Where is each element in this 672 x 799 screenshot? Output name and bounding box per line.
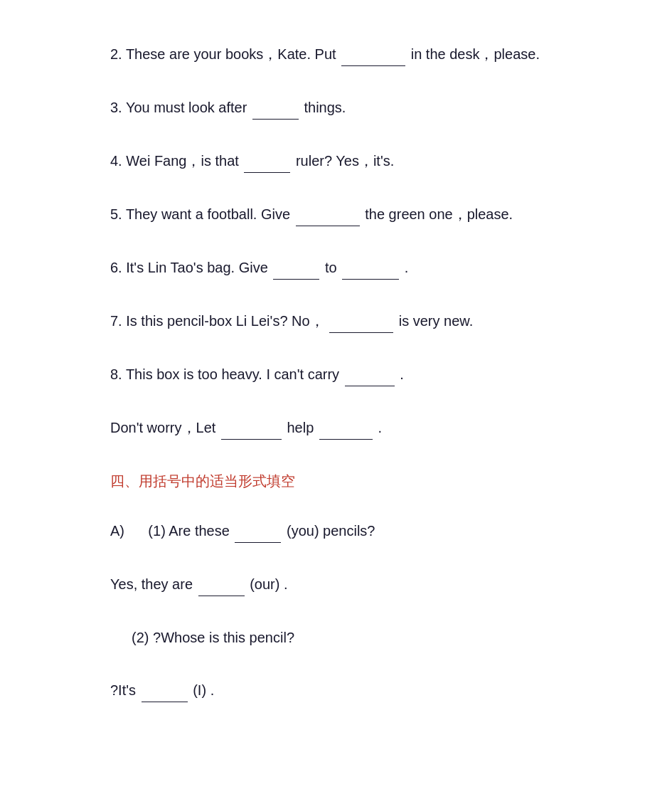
item2-text-before: 2. These are your books，Kate. Put: [110, 46, 336, 62]
item7-blank1[interactable]: [329, 309, 393, 333]
item5-text-before: 5. They want a football. Give: [110, 206, 290, 222]
dontworry-text-after: .: [378, 420, 382, 435]
dontworry-text-middle: help: [287, 420, 314, 435]
item-a1-yes-before: Yes, they are: [110, 576, 193, 592]
dontworry-text-before: Don't worry，Let: [110, 420, 215, 435]
dontworry-blank1[interactable]: [221, 416, 282, 440]
item-a2-it-after: .: [210, 682, 215, 698]
item3-text-after: things.: [304, 100, 346, 115]
section-four-header: 四、用括号中的适当形式填空: [110, 470, 562, 492]
exercise-dont-worry: Don't worry，Let help .: [110, 416, 562, 440]
item5-blank1[interactable]: [296, 203, 360, 226]
item-a1-yes-blank[interactable]: [198, 573, 245, 596]
exercise-a2-question: (2) ?Whose is this pencil?: [110, 626, 562, 649]
item6-text-after: .: [405, 260, 409, 275]
exercise-a1: A) (1) Are these (you) pencils?: [110, 519, 562, 543]
exercise-item-3: 3. You must look after things.: [110, 96, 562, 120]
item-a1-yes-bracket: (our): [250, 576, 284, 592]
item-a1-num: (1): [148, 523, 165, 539]
exercise-item-8: 8. This box is too heavy. I can't carry …: [110, 363, 562, 386]
item6-text-middle: to: [325, 260, 337, 275]
item-a1-text-after: pencils?: [323, 523, 375, 539]
item2-text-middle: in the desk，please.: [411, 46, 540, 62]
exercise-item-4: 4. Wei Fang，is that ruler? Yes，it's.: [110, 149, 562, 173]
item4-text-before: 4. Wei Fang，is that: [110, 153, 239, 169]
item-a2-bracket: (I): [193, 682, 210, 698]
item-a2-it-before: ?It's: [110, 682, 140, 698]
exercise-a2-answer: ?It's (I) .: [110, 679, 562, 702]
item8-blank1[interactable]: [345, 363, 395, 386]
item-a1-text-before: Are these: [169, 523, 233, 539]
dontworry-blank2[interactable]: [319, 416, 373, 440]
item8-text-before: 8. This box is too heavy. I can't carry: [110, 366, 339, 382]
item7-text-after: is very new.: [399, 313, 473, 329]
item-a2-blank[interactable]: [142, 679, 188, 702]
item-a2-text: ?Whose is this pencil?: [153, 630, 294, 645]
item-a1-blank1[interactable]: [235, 519, 281, 543]
item-a1-yes-after: .: [284, 576, 288, 592]
exercise-item-6: 6. It's Lin Tao's bag. Give to .: [110, 256, 562, 280]
exercise-item-7: 7. Is this pencil-box Li Lei's? No， is v…: [110, 309, 562, 333]
exercise-a1-yes: Yes, they are (our) .: [110, 573, 562, 596]
item2-blank1[interactable]: [341, 43, 405, 66]
item4-text-after: ruler? Yes，it's.: [296, 153, 394, 169]
item3-blank1[interactable]: [252, 96, 299, 120]
item8-text-after: .: [400, 366, 404, 382]
item6-text-before: 6. It's Lin Tao's bag. Give: [110, 260, 268, 275]
item7-text-before: 7. Is this pencil-box Li Lei's? No，: [110, 313, 324, 329]
item6-blank2[interactable]: [342, 256, 399, 280]
item-a1-bracket: (you): [287, 523, 323, 539]
exercise-item-5: 5. They want a football. Give the green …: [110, 203, 562, 226]
item6-blank1[interactable]: [273, 256, 319, 280]
item-a2-num: (2): [132, 630, 149, 645]
section-a-label: A): [110, 523, 124, 539]
exercise-item-2: 2. These are your books，Kate. Put in the…: [110, 43, 562, 66]
item5-text-after: the green one，please.: [365, 206, 513, 222]
item3-text-before: 3. You must look after: [110, 100, 247, 115]
item4-blank1[interactable]: [244, 149, 290, 173]
